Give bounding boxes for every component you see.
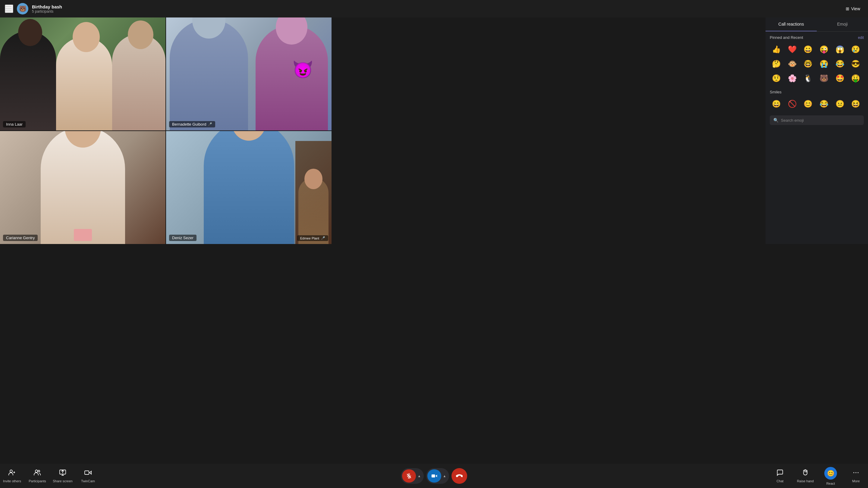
menu-button[interactable] xyxy=(5,4,13,13)
video-grid: Inna Laar 😈 Bernadette Guibord 🎤 xyxy=(0,18,332,244)
avatar: 🐻 xyxy=(17,3,28,14)
mic-icon-5: 🎤 xyxy=(321,236,325,240)
video-cell-2: 😈 Bernadette Guibord 🎤 xyxy=(166,18,332,130)
participant-name-1: Inna Laar xyxy=(6,122,23,127)
top-bar: 🐻 Birthday bash 5 participants ⊞ View xyxy=(0,0,434,18)
top-bar-left: 🐻 Birthday bash 5 participants xyxy=(5,3,62,14)
call-title: Birthday bash xyxy=(32,4,62,9)
video-cell-1: Inna Laar xyxy=(0,18,165,130)
participant-name-4: Deniz Sezer xyxy=(172,235,193,240)
participant-label-1: Inna Laar xyxy=(3,121,26,127)
participant-label-5: Edmee Plant 🎤 xyxy=(297,235,328,241)
participant-label-4: Deniz Sezer xyxy=(169,235,196,241)
float-emoji: 😈 xyxy=(292,60,313,79)
participant-name-2: Bernadette Guibord xyxy=(172,122,206,127)
participant-label-2: Bernadette Guibord 🎤 xyxy=(169,121,215,127)
participant-label-3: Carianne Gentry xyxy=(3,235,38,241)
mic-icon-2: 🎤 xyxy=(208,122,212,126)
video-cell-5: Edmee Plant 🎤 xyxy=(296,141,332,244)
participant-name-5: Edmee Plant xyxy=(300,236,319,240)
call-info: Birthday bash 5 participants xyxy=(32,4,62,13)
call-subtitle: 5 participants xyxy=(32,9,62,13)
video-cell-3: Carianne Gentry xyxy=(0,131,165,244)
participant-name-3: Carianne Gentry xyxy=(6,235,35,240)
